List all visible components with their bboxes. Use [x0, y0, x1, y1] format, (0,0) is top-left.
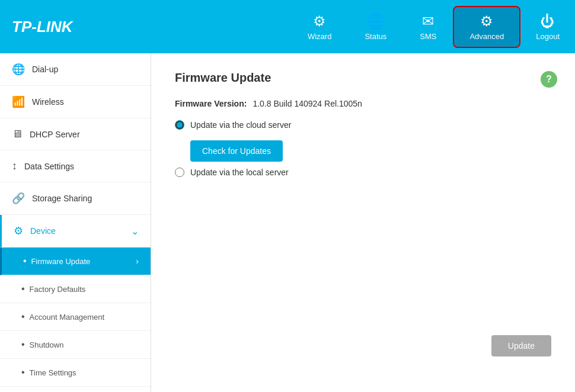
- radio-local[interactable]: [175, 168, 184, 177]
- sidebar-item-storage-sharing[interactable]: 🔗 Storage Sharing: [0, 182, 151, 215]
- content-area: Firmware Update ? Firmware Version: 1.0.…: [151, 53, 575, 392]
- sidebar-sub-shutdown[interactable]: Shutdown: [0, 331, 151, 359]
- logo: TP-LINK: [6, 18, 73, 36]
- sidebar-sub-factory-defaults[interactable]: Factory Defaults: [0, 275, 151, 303]
- top-navigation: TP-LINK ⚙ Wizard 🌐 Status ✉ SMS ⚙ Advanc…: [0, 0, 575, 53]
- wizard-icon: ⚙: [313, 13, 326, 30]
- check-updates-button[interactable]: Check for Updates: [190, 140, 283, 162]
- logout-label: Logout: [536, 32, 560, 41]
- factory-defaults-label: Factory Defaults: [30, 285, 86, 294]
- sidebar-item-dialup[interactable]: 🌐 Dial-up: [0, 53, 151, 86]
- status-icon: 🌐: [367, 13, 385, 30]
- sms-icon: ✉: [422, 13, 434, 30]
- radio-local-option[interactable]: Update via the local server: [175, 168, 551, 177]
- update-button[interactable]: Update: [491, 335, 551, 356]
- sidebar-item-storage-sharing-label: Storage Sharing: [32, 194, 92, 203]
- dialup-icon: 🌐: [12, 63, 25, 76]
- sidebar: 🌐 Dial-up 📶 Wireless 🖥 DHCP Server ↕ Dat…: [0, 53, 151, 392]
- firmware-update-label: Firmware Update: [31, 257, 91, 266]
- radio-cloud[interactable]: [175, 120, 184, 130]
- sidebar-item-data-settings[interactable]: ↕ Data Settings: [0, 150, 151, 182]
- dhcp-icon: 🖥: [12, 128, 23, 140]
- radio-cloud-label: Update via the cloud server: [190, 120, 291, 130]
- firmware-version-row: Firmware Version: 1.0.8 Build 140924 Rel…: [175, 99, 551, 108]
- firmware-version-label: Firmware Version:: [175, 99, 247, 108]
- chevron-down-icon: ⌄: [131, 226, 139, 237]
- time-settings-label: Time Settings: [30, 368, 76, 377]
- nav-advanced[interactable]: ⚙ Advanced: [453, 6, 520, 48]
- data-settings-icon: ↕: [12, 160, 17, 172]
- logout-icon: ⏻: [541, 13, 555, 30]
- sidebar-item-dhcp[interactable]: 🖥 DHCP Server: [0, 118, 151, 150]
- sidebar-item-data-settings-label: Data Settings: [24, 162, 74, 171]
- sidebar-item-device-label: Device: [30, 226, 56, 236]
- sidebar-sub-firmware-update[interactable]: Firmware Update ›: [0, 248, 151, 275]
- sidebar-sub-time-settings[interactable]: Time Settings: [0, 359, 151, 387]
- sidebar-item-dhcp-label: DHCP Server: [30, 130, 80, 139]
- main-layout: 🌐 Dial-up 📶 Wireless 🖥 DHCP Server ↕ Dat…: [0, 53, 575, 392]
- chevron-right-icon: ›: [136, 256, 139, 266]
- logout-button[interactable]: ⏻ Logout: [526, 6, 569, 48]
- nav-sms-label: SMS: [420, 32, 436, 41]
- firmware-version-value: 1.0.8 Build 140924 Rel.1005n: [253, 99, 362, 108]
- help-button[interactable]: ?: [541, 71, 557, 88]
- sidebar-item-dialup-label: Dial-up: [32, 65, 58, 74]
- account-management-label: Account Management: [30, 313, 104, 322]
- nav-sms[interactable]: ✉ SMS: [403, 6, 453, 48]
- nav-wizard-label: Wizard: [308, 32, 331, 41]
- storage-sharing-icon: 🔗: [12, 192, 25, 205]
- sidebar-sub-account-management[interactable]: Account Management: [0, 303, 151, 331]
- radio-cloud-option[interactable]: Update via the cloud server: [175, 120, 551, 130]
- page-title: Firmware Update: [175, 71, 551, 85]
- nav-advanced-label: Advanced: [469, 32, 504, 41]
- radio-local-label: Update via the local server: [190, 168, 289, 177]
- help-label: ?: [546, 74, 552, 85]
- nav-wizard[interactable]: ⚙ Wizard: [291, 6, 348, 48]
- nav-status-label: Status: [365, 32, 386, 41]
- wireless-icon: 📶: [12, 95, 25, 108]
- device-icon: ⚙: [14, 224, 23, 237]
- radio-group: Update via the cloud server Check for Up…: [175, 120, 551, 177]
- sidebar-item-device[interactable]: ⚙ Device ⌄: [0, 215, 151, 248]
- sidebar-item-wireless[interactable]: 📶 Wireless: [0, 86, 151, 118]
- nav-status[interactable]: 🌐 Status: [348, 6, 403, 48]
- sidebar-item-wireless-label: Wireless: [32, 97, 64, 107]
- advanced-icon: ⚙: [480, 13, 493, 30]
- nav-items: ⚙ Wizard 🌐 Status ✉ SMS ⚙ Advanced: [291, 6, 520, 48]
- shutdown-label: Shutdown: [30, 340, 64, 349]
